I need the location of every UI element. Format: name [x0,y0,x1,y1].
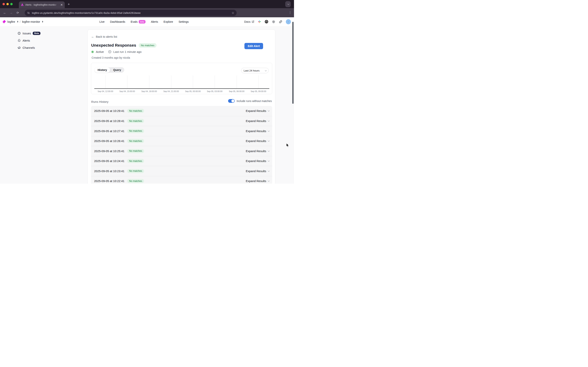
run-status-badge: No matches [127,159,144,163]
tab-title: Alerts · logfire/logfire-monitor [25,3,59,6]
chevron-down-icon [265,69,267,71]
window-zoom-button[interactable] [10,3,13,5]
nav-dashboards[interactable]: Dashboards [110,20,125,23]
expand-results-button[interactable]: Expand Results [246,109,269,112]
selector-updown-icon[interactable] [42,21,43,23]
sidebar: Issues Beta Alerts Channels [17,31,76,52]
breadcrumb: logfire / logfire-monitor [3,17,43,26]
favicon-logfire-icon [21,3,24,6]
expand-results-button[interactable]: Expand Results [246,129,269,133]
docs-link[interactable]: Docs [244,20,254,23]
share-link-icon[interactable] [279,20,282,24]
runs-history-heading: Runs History [91,100,109,104]
chevron-down-icon [268,109,270,111]
sidebar-item-alerts[interactable]: Alerts [17,38,76,43]
expand-results-button[interactable]: Expand Results [246,139,269,143]
run-row: 2025-09-05 at 10:22:41 No matches Expand… [91,176,272,184]
x-tick: Sep 04, 18:00:00 [141,90,157,92]
run-status-badge: No matches [127,139,144,143]
url-text: logfire-us.pydantic.dev/logfire/logfire-… [32,11,230,14]
page-title: Unexpected Responses [91,43,136,48]
last-run-label: Last run 1 minute ago [113,50,142,53]
x-tick: Sep 05, 06:00:00 [229,90,244,92]
sidebar-item-label: Alerts [23,39,30,42]
gridline [193,75,193,88]
github-icon[interactable] [265,20,268,24]
matches-chart: Sep 04, 12:00:00 Sep 04, 15:00:00 Sep 04… [94,75,269,94]
status-badge: No matches [139,43,156,48]
expand-results-button[interactable]: Expand Results [246,150,269,153]
user-avatar[interactable]: - [286,19,291,24]
back-to-alerts-link[interactable]: ← Back to alerts list [91,35,117,38]
theme-sun-icon[interactable] [272,20,275,24]
tab-close-icon[interactable]: ✕ [60,3,63,6]
tab-query[interactable]: Query [110,67,124,73]
toggle-knob [231,100,234,102]
browser-menu-icon[interactable]: ⋮ [289,11,292,14]
address-bar[interactable]: logfire-us.pydantic.dev/logfire/logfire-… [25,10,237,16]
time-range-select[interactable]: Last 24 hours [241,68,269,73]
edit-alert-button[interactable]: Edit Alert [244,43,263,49]
bookmark-star-icon[interactable]: ☆ [232,11,234,15]
run-timestamp: 2025-09-05 at 10:25:41 [94,150,124,153]
browser-reload-button[interactable]: ⟳ [17,11,19,15]
sidebar-item-channels[interactable]: Channels [17,45,76,50]
new-tab-button[interactable]: + [68,2,70,6]
breadcrumb-separator: / [20,20,21,23]
nav-explore[interactable]: Explore [163,20,173,23]
tab-history[interactable]: History [94,67,110,73]
chevron-down-icon [268,180,270,182]
history-query-tabs: History Query [94,67,124,73]
chevron-down-icon [268,120,270,122]
chevron-down-icon [268,150,270,152]
run-timestamp: 2025-09-05 at 10:23:41 [94,169,124,173]
chevron-down-icon [268,170,270,172]
project-selector[interactable]: logfire-monitor [22,20,40,23]
org-selector[interactable]: logfire [7,20,15,23]
mouse-cursor [286,143,290,148]
expand-results-button[interactable]: Expand Results [246,179,269,183]
run-status-badge: No matches [127,169,144,173]
browser-tab[interactable]: Alerts · logfire/logfire-monitor ✕ [19,1,65,8]
expand-results-button[interactable]: Expand Results [246,169,269,173]
nav-settings[interactable]: Settings [179,20,189,23]
x-tick: Sep 05, 03:00:00 [207,90,222,92]
run-status-badge: No matches [127,149,144,153]
run-row: 2025-09-05 at 10:23:41 No matches Expand… [91,166,272,176]
chevron-down-icon [268,130,270,132]
logfire-logo-icon [2,20,6,24]
run-timestamp: 2025-09-05 at 10:28:41 [94,119,124,123]
tab-search-button[interactable] [285,1,291,7]
chevron-down-icon [287,3,289,5]
expand-results-button[interactable]: Expand Results [246,159,269,163]
window-minimize-button[interactable] [6,3,9,5]
nav-live[interactable]: Live [99,20,105,23]
nav-evals[interactable]: Evalsbeta [131,20,145,24]
seal-exclamation-icon [17,32,21,35]
gridline [149,75,149,88]
nav-alerts[interactable]: Alerts [151,20,158,23]
slack-icon[interactable] [258,20,261,23]
created-by-label: Created 3 months ago by nicola [92,56,130,59]
main-nav: Live Dashboards Evalsbeta Alerts Explore… [99,17,189,26]
include-runs-toggle-row: Include runs without matches [228,99,272,103]
page-scrollbar[interactable] [292,22,294,104]
window-close-button[interactable] [2,3,5,5]
meta-row: Active Last run 1 minute ago [91,50,142,53]
x-tick: Sep 04, 12:00:00 [98,90,113,92]
run-row: 2025-09-05 at 10:26:41 No matches Expand… [91,136,272,146]
chevron-down-icon [268,140,270,142]
sidebar-item-issues[interactable]: Issues Beta [17,31,76,36]
run-row: 2025-09-05 at 10:25:41 No matches Expand… [91,146,272,156]
browser-back-button[interactable]: ← [3,11,6,15]
include-runs-toggle[interactable] [228,99,235,103]
runs-history-list: 2025-09-05 at 10:29:41 No matches Expand… [91,106,272,184]
selector-updown-icon[interactable] [17,21,18,23]
run-timestamp: 2025-09-05 at 10:22:41 [94,179,124,183]
expand-results-button[interactable]: Expand Results [246,119,269,123]
gridline [105,75,106,88]
gridline [215,75,215,88]
sidebar-item-label: Issues [23,32,31,35]
browser-forward-button[interactable]: → [9,11,13,15]
site-info-icon[interactable] [27,11,30,14]
